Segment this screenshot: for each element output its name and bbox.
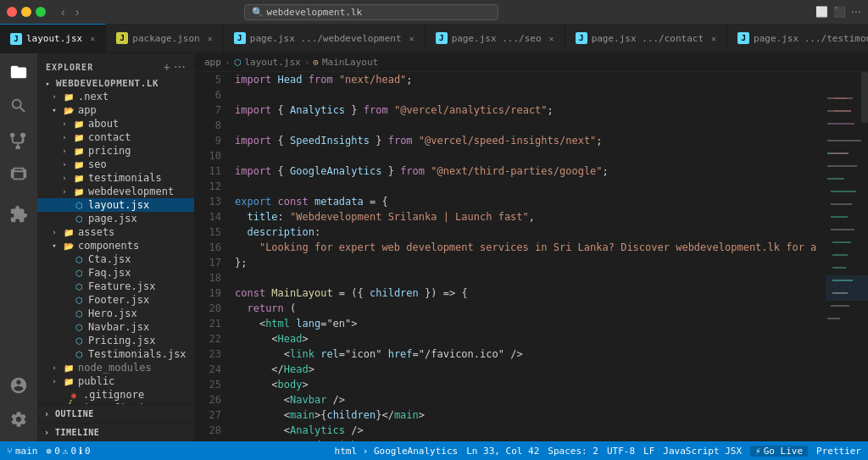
close-button[interactable] — [7, 7, 17, 17]
tree-item-app[interactable]: ▾ 📂 app — [37, 103, 194, 117]
tree-item-faq[interactable]: ⬡ Faq.jsx — [37, 266, 194, 280]
spaces-text: Spaces: 2 — [548, 446, 598, 457]
activity-debug[interactable] — [3, 158, 34, 189]
item-label: components — [78, 240, 139, 252]
tree-item-testimonials[interactable]: › 📁 testimonials — [37, 171, 194, 185]
tree-item-about[interactable]: › 📁 about — [37, 117, 194, 130]
tree-item-seo[interactable]: › 📁 seo — [37, 158, 194, 171]
address-bar[interactable]: 🔍 webdevelopment.lk — [244, 4, 498, 20]
tree-item-webdevelopment[interactable]: › 📁 webdevelopment — [37, 185, 194, 198]
activity-settings[interactable] — [3, 404, 34, 435]
code-line-9: import { SpeedInsights } from "@vercel/s… — [235, 133, 810, 148]
tree-item-layout-jsx[interactable]: ⬡ layout.jsx — [37, 198, 194, 212]
breadcrumb-app[interactable]: app — [204, 57, 221, 68]
item-label: Cta.jsx — [88, 253, 131, 265]
cursor-position[interactable]: Ln 33, Col 42 — [466, 446, 539, 457]
tree-item-page-jsx[interactable]: ⬡ page.jsx — [37, 212, 194, 225]
tree-item-assets[interactable]: › 📁 assets — [37, 225, 194, 239]
tab-page-jsx-contact[interactable]: J page.jsx .../contact ✕ — [565, 24, 727, 53]
breadcrumb-layout[interactable]: layout.jsx — [245, 57, 301, 68]
outline-label[interactable]: › OUTLINE — [44, 409, 94, 418]
spaces-indicator[interactable]: Spaces: 2 — [548, 446, 598, 457]
activity-source-control[interactable] — [3, 125, 34, 155]
language-path[interactable]: html › GoogleAnalytics — [335, 446, 459, 457]
tree-item-cta[interactable]: ⬡ Cta.jsx — [37, 252, 194, 266]
arrow: › — [49, 363, 59, 372]
warning-count: 0 — [70, 446, 76, 457]
item-label: Footer.jsx — [88, 294, 149, 306]
line-ending-indicator[interactable]: LF — [643, 446, 654, 457]
json-icon: J — [116, 32, 128, 44]
new-file-button[interactable]: + — [164, 60, 170, 74]
code-line-19: const MainLayout = ({ children }) => { — [235, 285, 810, 301]
split-editor[interactable]: ⬛ — [833, 6, 846, 18]
svg-rect-4 — [834, 110, 851, 112]
tab-label: page.jsx .../webdevelopment — [250, 33, 402, 44]
code-line-13: export const metadata = { — [235, 194, 810, 209]
item-label: Feature.jsx — [88, 280, 155, 292]
tree-item-contact[interactable]: › 📁 contact — [37, 130, 194, 144]
branch-indicator[interactable]: ⑂ main — [7, 446, 38, 457]
arrow: ▾ — [49, 241, 59, 250]
go-live-button[interactable]: ⚡ Go Live — [750, 446, 808, 457]
more-button[interactable]: ⋯ — [174, 60, 186, 74]
item-label: .next — [78, 91, 108, 103]
jsx-icon: J — [234, 32, 246, 44]
activity-search[interactable] — [3, 91, 34, 121]
sidebar-actions: + ⋯ — [164, 60, 186, 74]
tab-layout-jsx[interactable]: J layout.jsx ✕ — [0, 24, 106, 53]
code-line-28: <Analytics /> — [235, 423, 810, 438]
tab-label: page.jsx .../seo — [452, 33, 542, 44]
tab-page-jsx-testimonials[interactable]: J page.jsx .../testimonials ✕ — [727, 24, 868, 53]
tree-item-components[interactable]: ▾ 📂 components — [37, 239, 194, 252]
tree-item-testimonials-jsx[interactable]: ⬡ Testimonials.jsx — [37, 347, 194, 361]
tab-package-json[interactable]: J package.json ✕ — [106, 24, 224, 53]
forward-button[interactable]: › — [72, 3, 83, 20]
tree-item-feature[interactable]: ⬡ Feature.jsx — [37, 280, 194, 293]
folder-icon: 📁 — [73, 172, 85, 184]
tree-root[interactable]: ▾ WEBDEVELOPMENT.LK — [37, 77, 194, 90]
code-editor[interactable]: 5 6 7 8 9 10 11 12 13 14 15 16 17 18 19 … — [194, 72, 817, 441]
encoding-indicator[interactable]: UTF-8 — [607, 446, 635, 457]
tree-item-pricing-jsx[interactable]: ⬡ Pricing.jsx — [37, 334, 194, 347]
tree-item-footer[interactable]: ⬡ Footer.jsx — [37, 293, 194, 307]
minimize-button[interactable] — [21, 7, 31, 17]
item-label: assets — [78, 226, 114, 238]
errors-indicator[interactable]: ⊗ 0 ⚠ 0 ℹ 0 — [47, 446, 91, 457]
language-mode[interactable]: JavaScript JSX — [663, 446, 742, 457]
folder-icon: 📁 — [73, 145, 85, 157]
folder-icon: 📁 — [73, 158, 85, 170]
tree-item-pricing[interactable]: › 📁 pricing — [37, 144, 194, 158]
activity-explorer[interactable] — [3, 57, 34, 87]
layout-toggle[interactable]: ⬜ — [815, 6, 828, 18]
tab-close-icon[interactable]: ✕ — [549, 34, 554, 43]
activity-account[interactable] — [3, 370, 34, 401]
tab-page-jsx-web[interactable]: J page.jsx .../webdevelopment ✕ — [224, 24, 426, 53]
activity-extensions[interactable] — [3, 199, 34, 230]
back-button[interactable]: ‹ — [58, 3, 69, 20]
timeline-label[interactable]: › TIMELINE — [44, 428, 99, 437]
svg-rect-9 — [827, 165, 857, 167]
breadcrumb-mainlayout[interactable]: MainLayout — [322, 57, 378, 68]
item-label: .gitignore — [83, 389, 144, 401]
tab-close-icon[interactable]: ✕ — [90, 34, 95, 43]
tab-close-icon[interactable]: ✕ — [409, 34, 415, 43]
code-line-20: return ( — [235, 301, 810, 316]
maximize-button[interactable] — [36, 7, 46, 17]
prettier-button[interactable]: Prettier — [816, 446, 861, 457]
more-actions[interactable]: ⋯ — [851, 6, 861, 18]
tab-close-icon[interactable]: ✕ — [208, 34, 213, 43]
tab-page-jsx-seo[interactable]: J page.jsx .../seo ✕ — [426, 24, 565, 53]
tab-close-icon[interactable]: ✕ — [711, 34, 716, 43]
tree-item-next[interactable]: › 📁 .next — [37, 90, 194, 103]
tree-item-gitignore[interactable]: ◉ .gitignore — [37, 388, 194, 402]
tree-item-node-modules[interactable]: › 📁 node_modules — [37, 361, 194, 374]
statusbar: ⑂ main ⊗ 0 ⚠ 0 ℹ 0 html › GoogleAnalytic… — [0, 441, 868, 460]
code-content[interactable]: import Head from "next/head"; import { A… — [228, 72, 817, 441]
code-line-16: "Looking for expert web development serv… — [235, 240, 810, 255]
tree-item-public[interactable]: › 📁 public — [37, 374, 194, 388]
branch-name: main — [15, 446, 38, 457]
tree-item-navbar[interactable]: ⬡ Navbar.jsx — [37, 320, 194, 334]
tree-item-hero[interactable]: ⬡ Hero.jsx — [37, 307, 194, 320]
code-line-7: import { Analytics } from "@vercel/analy… — [235, 103, 810, 118]
